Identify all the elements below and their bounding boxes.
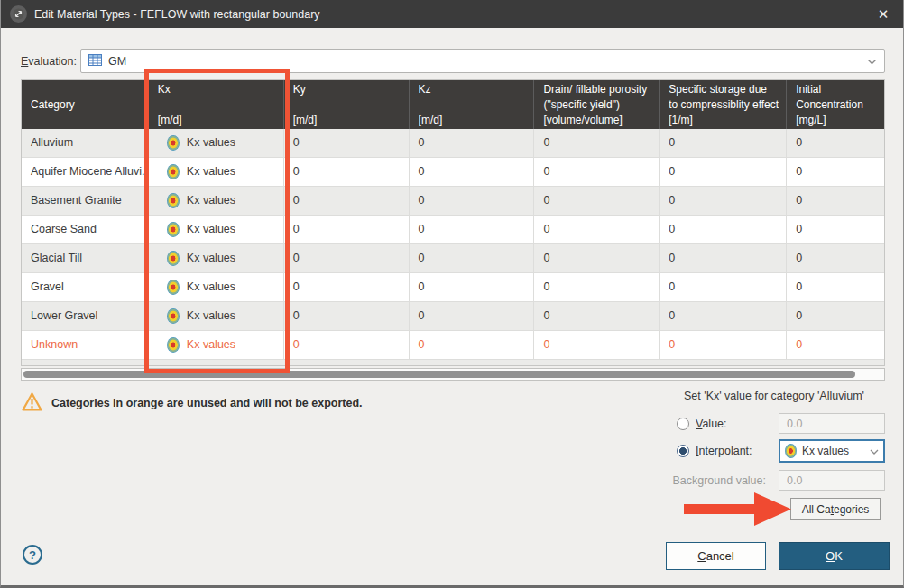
table-row: Coarse Sand Kx values 0 0 0 0 0 <box>22 216 884 244</box>
value-radio[interactable] <box>677 418 689 430</box>
ky-cell[interactable]: 0 <box>284 129 410 157</box>
evaluation-value: GM <box>108 55 126 68</box>
ky-cell[interactable]: 0 <box>284 302 410 330</box>
ky-cell[interactable]: 0 <box>284 187 410 215</box>
concentration-cell[interactable]: 0 <box>787 244 884 272</box>
concentration-cell[interactable]: 0 <box>787 331 884 359</box>
value-option-row: Value: <box>677 413 885 434</box>
warning-text: Categories in orange are unused and will… <box>51 397 363 409</box>
kz-cell[interactable]: 0 <box>410 216 535 243</box>
table-row: Aquifer Miocene Alluvi... Kx values 0 0 … <box>22 158 884 187</box>
column-header-kz[interactable]: Kz [m/d] <box>410 80 535 129</box>
category-cell[interactable]: Lower Gravel <box>22 302 149 330</box>
column-header-specific-storage[interactable]: Specific storage due to compressiblity e… <box>660 80 787 129</box>
storage-cell[interactable]: 0 <box>660 244 787 272</box>
kz-cell[interactable]: 0 <box>410 129 535 157</box>
concentration-cell[interactable]: 0 <box>787 216 884 243</box>
kx-cell[interactable]: Kx values <box>149 187 284 215</box>
interpolant-select[interactable]: Kx values <box>779 439 885 463</box>
category-cell[interactable]: Unknown <box>22 331 149 359</box>
value-label: Value: <box>696 418 727 430</box>
kx-cell[interactable]: Kx values <box>149 331 284 359</box>
category-cell[interactable]: Alluvium <box>22 129 149 157</box>
concentration-cell[interactable]: 0 <box>787 158 884 186</box>
kz-cell[interactable]: 0 <box>410 302 535 330</box>
storage-cell[interactable]: 0 <box>660 187 787 215</box>
interpolant-icon <box>167 308 180 324</box>
drain-cell[interactable]: 0 <box>534 216 660 243</box>
kx-cell[interactable]: Kx values <box>149 158 284 186</box>
interpolant-icon <box>167 222 180 237</box>
ky-cell[interactable]: 0 <box>284 158 410 186</box>
concentration-cell[interactable]: 0 <box>787 187 884 215</box>
scrollbar-thumb[interactable] <box>23 371 855 378</box>
concentration-cell[interactable]: 0 <box>787 273 884 301</box>
kx-cell[interactable]: Kx values <box>149 244 284 272</box>
kx-cell[interactable]: Kx values <box>149 302 284 330</box>
cancel-button[interactable]: Cancel <box>666 542 766 570</box>
storage-cell[interactable]: 0 <box>660 158 787 186</box>
all-categories-button[interactable]: All Categories <box>790 498 881 520</box>
kz-cell[interactable]: 0 <box>410 187 535 215</box>
interpolant-label: Interpolant: <box>696 445 752 457</box>
table-row: Alluvium Kx values 0 0 0 0 0 <box>22 129 884 158</box>
kz-cell[interactable]: 0 <box>410 158 535 186</box>
category-cell[interactable]: Gravel <box>22 273 149 301</box>
value-input[interactable] <box>779 413 885 434</box>
category-cell[interactable]: Aquifer Miocene Alluvi... <box>22 158 149 186</box>
chevron-down-icon <box>867 55 877 68</box>
table-row: Lower Gravel Kx values 0 0 0 0 0 <box>22 302 884 331</box>
column-header-category[interactable]: Category <box>22 80 149 129</box>
evaluation-select[interactable]: GM <box>80 49 885 73</box>
column-header-kx[interactable]: Kx [m/d] <box>149 80 284 129</box>
kz-cell[interactable]: 0 <box>410 273 535 301</box>
title-bar[interactable]: Edit Material Types - FEFLOW with rectan… <box>1 0 903 28</box>
background-value-input[interactable] <box>779 470 885 491</box>
interpolant-icon <box>167 135 180 151</box>
storage-cell[interactable]: 0 <box>660 273 787 301</box>
ok-button[interactable]: OK <box>779 542 890 570</box>
column-header-ky[interactable]: Ky [m/d] <box>284 80 410 129</box>
drain-cell[interactable]: 0 <box>534 129 660 157</box>
ky-cell[interactable]: 0 <box>284 331 410 359</box>
drain-cell[interactable]: 0 <box>534 187 660 215</box>
window-title: Edit Material Types - FEFLOW with rectan… <box>34 8 872 21</box>
warning-icon <box>21 391 43 415</box>
table-header-row: Category Kx [m/d] Ky [m/d] Kz [m/d] <box>22 80 884 129</box>
storage-cell[interactable]: 0 <box>660 331 787 359</box>
category-cell[interactable]: Basement Granite <box>22 187 149 215</box>
ky-cell[interactable]: 0 <box>284 244 410 272</box>
drain-cell[interactable]: 0 <box>534 273 660 301</box>
table-row: Glacial Till Kx values 0 0 0 0 0 <box>22 244 884 273</box>
interpolant-icon <box>167 164 180 179</box>
interpolant-radio[interactable] <box>677 445 689 457</box>
ky-cell[interactable]: 0 <box>284 273 410 301</box>
kz-cell[interactable]: 0 <box>410 331 535 359</box>
storage-cell[interactable]: 0 <box>660 216 787 243</box>
concentration-cell[interactable]: 0 <box>787 302 884 330</box>
help-button[interactable]: ? <box>23 545 42 565</box>
horizontal-scrollbar[interactable] <box>21 368 885 381</box>
concentration-cell[interactable]: 0 <box>787 129 884 157</box>
storage-cell[interactable]: 0 <box>660 129 787 157</box>
drain-cell[interactable]: 0 <box>534 331 660 359</box>
storage-cell[interactable]: 0 <box>660 302 787 330</box>
table-icon <box>88 54 102 69</box>
interpolant-icon <box>785 444 797 458</box>
background-value-label: Background value: <box>672 474 766 487</box>
drain-cell[interactable]: 0 <box>534 244 660 272</box>
kx-cell[interactable]: Kx values <box>149 273 284 301</box>
table-row-unused: Unknown Kx values 0 0 0 0 0 <box>22 331 884 360</box>
drain-cell[interactable]: 0 <box>534 158 660 186</box>
kx-cell[interactable]: Kx values <box>149 129 284 157</box>
category-cell[interactable]: Coarse Sand <box>22 216 149 243</box>
kz-cell[interactable]: 0 <box>410 244 535 272</box>
close-icon[interactable]: ✕ <box>872 6 894 23</box>
kx-cell[interactable]: Kx values <box>149 216 284 243</box>
column-header-initial-concentration[interactable]: Initial Concentration [mg/L] <box>787 80 884 129</box>
drain-cell[interactable]: 0 <box>534 302 660 330</box>
category-cell[interactable]: Glacial Till <box>22 244 149 272</box>
ky-cell[interactable]: 0 <box>284 216 410 243</box>
column-header-drain-porosity[interactable]: Drain/ fillable porosity ("specific yiel… <box>534 80 660 129</box>
table-row: Gravel Kx values 0 0 0 0 0 <box>22 273 884 302</box>
